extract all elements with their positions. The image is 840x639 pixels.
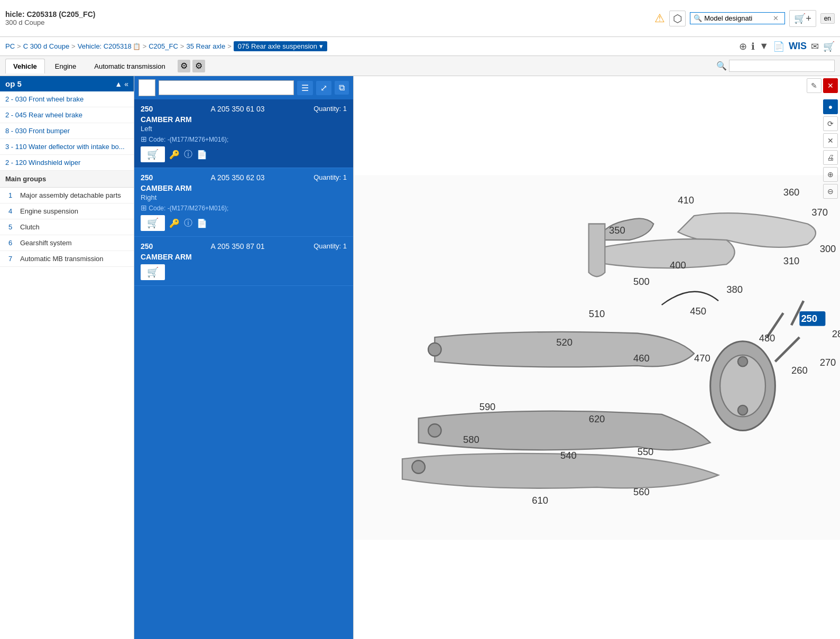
- svg-text:250: 250: [801, 313, 817, 324]
- sidebar-group-item-4[interactable]: 6 Gearshift system: [0, 235, 134, 251]
- part-item-1[interactable]: 250 A 205 350 62 03 Quantity: 1 CAMBER A…: [134, 168, 353, 237]
- part-header-0: 250 A 205 350 61 03 Quantity: 1: [141, 105, 347, 113]
- part-info-button-0[interactable]: ⓘ: [184, 149, 192, 160]
- sidebar-collapse-left-button[interactable]: «: [124, 80, 128, 88]
- vehicle-title: hicle: C205318 (C205_FC): [5, 10, 95, 18]
- cart-add-button[interactable]: 🛒+: [789, 10, 816, 27]
- breadcrumb-sep-1: >: [17, 42, 21, 50]
- diagram-edit-button[interactable]: ✎: [807, 78, 821, 93]
- sidebar-group-item-1[interactable]: 1 Major assembly detachable parts: [0, 188, 134, 203]
- svg-point-8: [412, 460, 425, 474]
- settings-icon-2[interactable]: ⚙: [192, 60, 205, 72]
- part-pin-button-1[interactable]: 🔑: [169, 218, 180, 228]
- part-docs-button-1[interactable]: 📄: [197, 218, 207, 228]
- parts-list: 250 A 205 350 61 03 Quantity: 1 CAMBER A…: [134, 99, 353, 639]
- parts-newwindow-button[interactable]: ⧉: [335, 81, 349, 95]
- rt-blue-button[interactable]: ●: [823, 99, 838, 114]
- sidebar-group-num-1: 1: [8, 191, 16, 199]
- language-badge[interactable]: en: [820, 13, 835, 24]
- parts-expand-button[interactable]: ⤢: [316, 81, 331, 95]
- tab-transmission[interactable]: Automatic transmission: [86, 59, 173, 73]
- rt-print-button[interactable]: 🖨: [823, 150, 838, 165]
- zoom-icon[interactable]: ⊕: [739, 41, 747, 52]
- warning-icon[interactable]: ⚠: [654, 12, 665, 25]
- svg-text:590: 590: [479, 401, 496, 412]
- tab-vehicle[interactable]: Vehicle: [5, 59, 45, 73]
- sidebar-group-label-5: Automatic MB transmission: [20, 255, 104, 263]
- part-item-0[interactable]: 250 A 205 350 61 03 Quantity: 1 CAMBER A…: [134, 99, 353, 168]
- search-input[interactable]: [704, 14, 773, 22]
- parts-list-view-button[interactable]: ☰: [297, 81, 313, 95]
- svg-text:460: 460: [633, 353, 650, 364]
- part-side-1: Right: [141, 193, 347, 201]
- nav-right: 🔍: [716, 60, 835, 72]
- svg-text:350: 350: [609, 225, 625, 236]
- sidebar-item-waterdeflector[interactable]: 3 - 110 Water deflector with intake bo..…: [0, 139, 134, 155]
- cart-icon[interactable]: 🛒: [823, 41, 835, 52]
- header-right: ⚠ ⬡ 🔍 ✕ 🛒+ en: [654, 10, 835, 27]
- cart-button-2[interactable]: 🛒: [141, 264, 165, 280]
- vehicle-info: hicle: C205318 (C205_FC) 300 d Coupe: [5, 10, 95, 26]
- part-qty-1: Quantity: 1: [313, 173, 347, 181]
- breadcrumb-sep-4: >: [180, 42, 184, 50]
- part-id-2: A 205 350 87 01: [211, 242, 265, 251]
- part-id-0: A 205 350 61 03: [211, 105, 265, 113]
- wis-icon[interactable]: WIS: [789, 41, 807, 52]
- sidebar-group-item-2[interactable]: 4 Engine suspension: [0, 203, 134, 219]
- breadcrumb-item-coupe[interactable]: C 300 d Coupe: [23, 42, 69, 50]
- parts-view-toggle[interactable]: [139, 79, 155, 96]
- sidebar-group-label-4: Gearshift system: [20, 239, 72, 247]
- rt-history-button[interactable]: ⟳: [823, 116, 838, 131]
- tab-search-icon[interactable]: 🔍: [716, 61, 727, 71]
- breadcrumb-dropdown-icon: ▾: [319, 42, 323, 50]
- mail-icon[interactable]: ✉: [811, 41, 819, 52]
- svg-text:360: 360: [783, 187, 800, 198]
- part-name-0: CAMBER ARM: [141, 115, 347, 124]
- breadcrumb-item-vehicle[interactable]: Vehicle: C205318 📋: [78, 42, 141, 50]
- filter-icon[interactable]: ▼: [759, 41, 769, 52]
- rt-cross-button[interactable]: ✕: [823, 133, 838, 148]
- breadcrumb-item-pc[interactable]: PC: [5, 42, 15, 50]
- part-docs-button-0[interactable]: 📄: [197, 150, 207, 160]
- part-code-1: ⊞ Code: -(M177/M276+M016);: [141, 203, 347, 212]
- info-icon[interactable]: ℹ: [751, 41, 755, 52]
- svg-text:620: 620: [589, 413, 605, 424]
- breadcrumb-active-item[interactable]: 075 Rear axle suspension ▾: [234, 41, 327, 51]
- sidebar-item-rearbrake[interactable]: 2 - 045 Rear wheel brake: [0, 107, 134, 123]
- tab-engine[interactable]: Engine: [47, 59, 84, 73]
- part-actions-0: 🛒 🔑 ⓘ 📄: [141, 146, 347, 162]
- sidebar-item-frontbumper[interactable]: 8 - 030 Front bumper: [0, 123, 134, 139]
- sidebar-item-frontbrake[interactable]: 2 - 030 Front wheel brake: [0, 91, 134, 107]
- breadcrumb-active-label: 075 Rear axle suspension: [238, 42, 317, 50]
- diagram-close-button[interactable]: ✕: [823, 78, 838, 93]
- close-search-icon[interactable]: ✕: [773, 14, 779, 22]
- parts-toolbar: ☰ ⤢ ⧉: [134, 76, 353, 99]
- table-icon-1: ⊞: [141, 203, 147, 212]
- part-item-2[interactable]: 250 A 205 350 87 01 Quantity: 1 CAMBER A…: [134, 237, 353, 286]
- svg-point-10: [738, 405, 747, 415]
- copy-button[interactable]: ⬡: [669, 11, 686, 26]
- sidebar-group-item-3[interactable]: 5 Clutch: [0, 219, 134, 235]
- left-sidebar: op 5 ▲ « 2 - 030 Front wheel brake 2 - 0…: [0, 76, 134, 639]
- part-header-1: 250 A 205 350 62 03 Quantity: 1: [141, 173, 347, 182]
- svg-text:480: 480: [759, 332, 776, 344]
- vehicle-subtitle: 300 d Coupe: [5, 18, 95, 26]
- sidebar-group-item-5[interactable]: 7 Automatic MB transmission: [0, 251, 134, 267]
- rt-zoom-out-button[interactable]: ⊖: [823, 184, 838, 199]
- svg-text:560: 560: [633, 486, 650, 497]
- breadcrumb-item-rearaxle[interactable]: 35 Rear axle: [186, 42, 225, 50]
- breadcrumb-item-fc[interactable]: C205_FC: [149, 42, 178, 50]
- sidebar-collapse-up-button[interactable]: ▲: [115, 80, 122, 88]
- part-pin-button-0[interactable]: 🔑: [169, 150, 180, 160]
- svg-text:280: 280: [832, 328, 840, 339]
- part-info-button-1[interactable]: ⓘ: [184, 218, 192, 229]
- parts-search-bar[interactable]: [159, 80, 294, 95]
- rt-zoom-in-button[interactable]: ⊕: [823, 167, 838, 182]
- cart-button-1[interactable]: 🛒: [141, 215, 165, 231]
- breadcrumb: PC > C 300 d Coupe > Vehicle: C205318 📋 …: [0, 37, 840, 56]
- cart-button-0[interactable]: 🛒: [141, 146, 165, 162]
- docs-icon[interactable]: 📄: [773, 41, 784, 52]
- settings-icon-1[interactable]: ⚙: [178, 60, 190, 72]
- sidebar-item-windshield[interactable]: 2 - 120 Windshield wiper: [0, 155, 134, 171]
- tab-search-input[interactable]: [729, 60, 835, 72]
